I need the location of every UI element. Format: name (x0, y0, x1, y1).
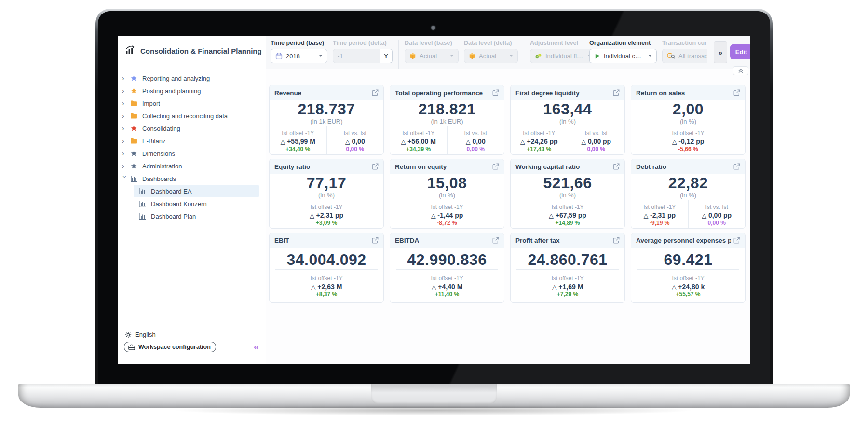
sidebar-item[interactable]: › Administration (118, 160, 266, 172)
kpi-card: Revenue 218.737 (in 1k EUR) Ist offset -… (269, 85, 384, 155)
sidebar-item[interactable]: Dashboard Konzern (134, 197, 259, 210)
sidebar-item[interactable]: › Reporting and analyzing (118, 72, 266, 84)
delta-value: -1,44 pp (437, 211, 463, 219)
kpi-delta-section: Ist offset -1Y △ -1,44 pp -8,72 % (396, 200, 498, 228)
delta-column: Ist offset -1Y △ +67,59 pp +14,89 % (516, 200, 619, 228)
kpi-card-title: Equity ratio (274, 163, 310, 170)
kpi-delta-section: Ist offset -1Y △ +2,31 pp +3,09 % (275, 200, 378, 228)
collapse-toolbar-button[interactable] (733, 66, 748, 75)
open-in-new-icon[interactable] (733, 237, 740, 244)
sidebar-item[interactable]: › Dimensions (118, 147, 266, 160)
chevron-down-icon[interactable]: › (122, 176, 128, 184)
open-in-new-icon[interactable] (613, 89, 620, 96)
kpi-card: Debt ratio 22,82 (in %) Ist offset -1Y △… (631, 159, 746, 229)
field-dropdown[interactable]: Actual (405, 49, 459, 63)
kpi-value: 218.737 (270, 101, 383, 118)
cube-icon (469, 53, 475, 59)
field-dropdown[interactable]: 2018 (271, 49, 327, 63)
delta-value: -2,31 pp (650, 211, 676, 219)
sidebar-item[interactable]: Dashboard EA (134, 185, 259, 197)
field-label: Data level (base) (405, 40, 459, 46)
delta-icon: △ (672, 283, 678, 291)
kpi-value: 42.990.836 (390, 251, 504, 268)
app-window: Consolidation & Financial Planning › Rep… (118, 36, 750, 364)
app-title: Consolidation & Financial Planning (140, 47, 262, 55)
kpi-card: Working capital ratio 521,66 (in %) Ist … (510, 159, 625, 229)
sidebar-item[interactable]: › Collecting and reconciling data (118, 110, 266, 122)
open-in-new-icon[interactable] (372, 237, 379, 244)
chevron-right-icon[interactable]: › (122, 100, 130, 107)
more-filters-button[interactable]: » (714, 41, 727, 63)
kpi-delta-section: Ist offset -1Y △ +24,80 k +55,57 % (637, 269, 739, 302)
delta-value: +4,40 M (438, 283, 462, 291)
language-selector[interactable]: English (125, 331, 156, 338)
field-dropdown[interactable]: -1 (333, 49, 380, 63)
kpi-delta-section: Ist offset -1Y △ +67,59 pp +14,89 % (516, 200, 619, 228)
adjust-icon (535, 53, 542, 59)
delta-label: Ist offset -1Y (631, 204, 688, 210)
delta-value: +1,69 M (558, 283, 583, 291)
delta-label: Ist offset -1Y (390, 130, 447, 137)
sidebar-item[interactable]: Dashboard Plan (134, 210, 259, 222)
sidebar-item[interactable]: › Import (118, 97, 266, 110)
kpi-value: 69.421 (631, 251, 745, 268)
delta-percent: 0,00 % (689, 220, 746, 226)
delta-percent: -8,72 % (396, 220, 498, 226)
open-in-new-icon[interactable] (613, 163, 620, 170)
delta-label: Ist offset -1Y (275, 275, 378, 282)
sidebar-item[interactable]: › Consolidating (118, 122, 266, 135)
kpi-card-header: Revenue (270, 85, 383, 100)
open-in-new-icon[interactable] (733, 89, 740, 96)
kpi-card-header: Total operating performance (390, 85, 504, 100)
chevron-right-icon[interactable]: › (122, 112, 130, 119)
delta-percent: +55,57 % (637, 291, 739, 298)
workspace-configuration-button[interactable]: Workspace configuration (124, 342, 216, 352)
open-in-new-icon[interactable] (492, 163, 499, 170)
unit-toggle-button[interactable]: Y (380, 49, 393, 63)
delta-value: 0,00 (472, 138, 485, 145)
field-value: Individual c… (604, 53, 644, 60)
kpi-unit: (in %) (390, 192, 504, 199)
chevron-right-icon[interactable]: › (122, 87, 130, 94)
kpi-card: Total operating performance 218.821 (in … (390, 85, 504, 155)
field-dropdown[interactable]: All transac (662, 49, 707, 63)
sidebar-item[interactable]: › Posting and planning (118, 84, 266, 97)
field-dropdown[interactable]: Individual fi… (530, 49, 596, 63)
kpi-unit: (in %) (631, 118, 745, 125)
kpi-card: First degree liquidity 163,44 (in %) Ist… (510, 85, 625, 155)
field-value: 2018 (286, 53, 314, 60)
sidebar-item[interactable]: › Dashboards (118, 172, 266, 185)
delta-icon: △ (345, 138, 352, 145)
toolbar-field: Adjustment level Individual fi… (530, 40, 584, 63)
chevron-right-icon[interactable]: › (122, 150, 130, 157)
edit-button[interactable]: Edit (730, 44, 750, 59)
delta-percent: +3,09 % (275, 220, 378, 226)
chevron-right-icon[interactable]: › (122, 125, 130, 132)
toolbar-field: Data level (base) Actual (405, 40, 459, 63)
star-icon (130, 150, 137, 157)
delta-value: +2,63 M (317, 283, 342, 291)
open-in-new-icon[interactable] (613, 237, 620, 244)
kpi-value: 22,82 (631, 175, 745, 192)
chevron-right-icon[interactable]: › (122, 75, 130, 82)
sidebar-item-label: Dashboard Konzern (151, 200, 207, 208)
delta-icon: △ (281, 138, 287, 145)
open-in-new-icon[interactable] (492, 237, 499, 244)
open-in-new-icon[interactable] (733, 163, 740, 170)
sidebar-item-label: Import (142, 100, 160, 107)
open-in-new-icon[interactable] (372, 89, 379, 96)
delta-label: Ist offset -1Y (516, 204, 619, 210)
chevron-right-icon[interactable]: › (122, 163, 130, 169)
sidebar-collapse-button[interactable]: « (254, 342, 259, 351)
sidebar: Consolidation & Financial Planning › Rep… (118, 36, 266, 364)
field-dropdown[interactable]: Individual c… (589, 49, 657, 63)
sidebar-item[interactable]: › E-Bilanz (118, 135, 266, 147)
field-dropdown[interactable]: Actual (464, 49, 518, 63)
app-logo-icon (125, 45, 136, 56)
chevron-right-icon[interactable]: › (122, 138, 130, 144)
open-in-new-icon[interactable] (372, 163, 379, 170)
delta-percent: +34,40 % (270, 146, 326, 152)
delta-value: +24,80 k (678, 283, 705, 291)
delta-label: Ist offset -1Y (396, 204, 498, 210)
open-in-new-icon[interactable] (492, 89, 499, 96)
